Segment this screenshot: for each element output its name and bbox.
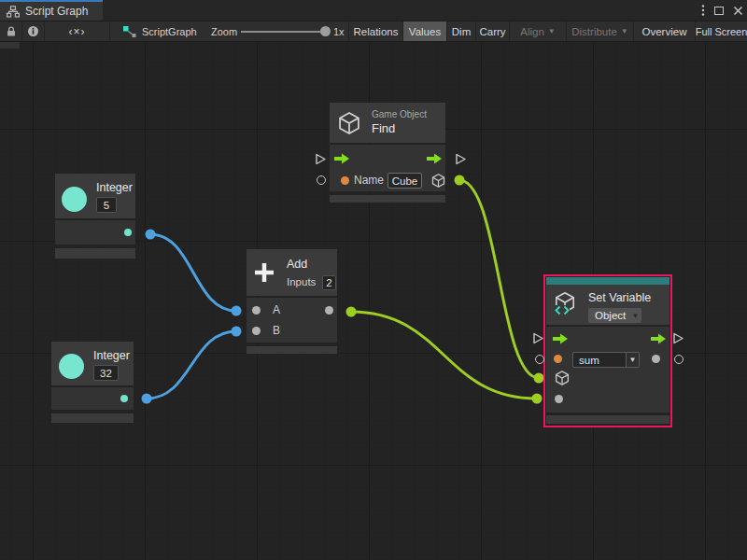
zoom-label: Zoom bbox=[211, 26, 237, 37]
lock-button[interactable] bbox=[0, 21, 22, 41]
wire-find-to-set-variable-object-start[interactable] bbox=[455, 175, 465, 186]
port-label-b: B bbox=[273, 324, 280, 337]
relations-button[interactable]: Relations bbox=[348, 21, 403, 41]
integer-value-field[interactable]: 5 bbox=[96, 197, 117, 213]
input-port-a[interactable] bbox=[252, 306, 261, 315]
zoom-value: 1x bbox=[333, 26, 345, 37]
variable-kind-dropdown[interactable]: Object ▼ bbox=[588, 308, 641, 323]
flow-out-triangle[interactable] bbox=[455, 153, 467, 165]
node-title: Find bbox=[372, 121, 395, 135]
game-object-output-port[interactable] bbox=[430, 173, 446, 189]
tab-script-graph[interactable]: Script Graph bbox=[0, 0, 103, 21]
wire-integer-a-to-add-a-end[interactable] bbox=[232, 306, 242, 316]
node-footer bbox=[330, 195, 445, 203]
script-graph-asset-icon bbox=[122, 24, 137, 39]
code-brackets-icon bbox=[555, 305, 570, 315]
port-circle[interactable] bbox=[317, 175, 326, 185]
node-title: Integer bbox=[93, 349, 130, 362]
graph-canvas[interactable]: Integer 5 Integer 32 bbox=[0, 42, 747, 560]
dropdown-caret-icon: ▼ bbox=[548, 28, 556, 35]
flow-in-triangle[interactable] bbox=[315, 153, 327, 165]
value-input-port[interactable] bbox=[555, 395, 563, 403]
node-footer bbox=[546, 415, 669, 424]
node-integer-a[interactable]: Integer 5 bbox=[55, 174, 135, 259]
zoom-slider-track[interactable] bbox=[241, 31, 325, 33]
maximize-icon[interactable] bbox=[714, 7, 724, 15]
name-input-port[interactable] bbox=[341, 176, 349, 185]
wire-integer-b-to-add-b-end[interactable] bbox=[232, 327, 242, 337]
code-toggle-icon: ‹×› bbox=[69, 25, 86, 38]
node-category: Game Object bbox=[372, 109, 427, 119]
zoom-slider-knob[interactable] bbox=[320, 26, 331, 36]
flow-in-arrow[interactable] bbox=[553, 333, 569, 344]
port-label-a: A bbox=[273, 303, 280, 316]
node-footer bbox=[247, 346, 337, 354]
node-integer-b[interactable]: Integer 32 bbox=[51, 342, 134, 423]
node-footer bbox=[55, 248, 135, 259]
values-button[interactable]: Values bbox=[403, 21, 447, 41]
code-toggle-button[interactable]: ‹×› bbox=[45, 21, 110, 41]
wire-integer-b-to-add-b[interactable] bbox=[147, 331, 236, 399]
integer-icon bbox=[62, 187, 87, 212]
dropdown-caret-icon: ▼ bbox=[626, 353, 639, 367]
canvas-corner-tab bbox=[0, 42, 20, 49]
integer-icon bbox=[59, 354, 84, 379]
fullscreen-button[interactable]: Full Screen bbox=[696, 21, 747, 41]
wire-add-to-set-variable-value-end[interactable] bbox=[532, 394, 543, 404]
flow-in-triangle[interactable] bbox=[532, 332, 544, 344]
flow-out-triangle[interactable] bbox=[672, 332, 684, 344]
dropdown-caret-icon: ▼ bbox=[621, 28, 628, 35]
name-value-field[interactable]: Cube bbox=[388, 173, 422, 189]
node-find[interactable]: Game Object Find Name Cube bbox=[330, 103, 445, 203]
output-port[interactable] bbox=[124, 229, 132, 236]
dim-button[interactable]: Dim bbox=[447, 21, 476, 41]
align-button[interactable]: Align▼ bbox=[510, 21, 567, 41]
overview-button[interactable]: Overview bbox=[634, 21, 696, 41]
flow-out-arrow[interactable] bbox=[651, 333, 667, 344]
node-title: Set Variable bbox=[588, 291, 651, 304]
integer-value-field[interactable]: 32 bbox=[93, 365, 119, 381]
dropdown-caret-icon: ▼ bbox=[629, 312, 641, 320]
wire-add-to-set-variable-value-start[interactable] bbox=[346, 307, 357, 317]
add-icon bbox=[252, 260, 276, 285]
node-footer bbox=[51, 413, 134, 423]
carry-button[interactable]: Carry bbox=[476, 21, 510, 41]
wire-integer-a-to-add-a[interactable] bbox=[150, 234, 236, 311]
output-port[interactable] bbox=[120, 395, 128, 402]
wire-find-to-set-variable-object-end[interactable] bbox=[534, 373, 544, 384]
output-value-port[interactable] bbox=[652, 355, 660, 363]
output-port[interactable] bbox=[325, 306, 333, 315]
variable-kind-strip bbox=[546, 277, 669, 285]
variable-name-port[interactable] bbox=[554, 355, 562, 363]
port-circle[interactable] bbox=[535, 355, 544, 364]
port-circle[interactable] bbox=[674, 355, 684, 364]
wire-integer-a-to-add-a-start[interactable] bbox=[146, 230, 156, 240]
title-bar: Script Graph bbox=[0, 0, 747, 21]
distribute-button[interactable]: Distribute▼ bbox=[567, 21, 634, 41]
node-title: Integer bbox=[96, 181, 133, 194]
info-icon bbox=[27, 25, 39, 37]
flow-in-arrow[interactable] bbox=[334, 153, 350, 164]
wire-find-to-set-variable-object[interactable] bbox=[459, 180, 539, 378]
lock-icon bbox=[6, 25, 17, 37]
wire-integer-b-to-add-b-start[interactable] bbox=[142, 394, 152, 404]
input-port-b[interactable] bbox=[252, 327, 261, 335]
variable-name-select[interactable]: sum ▼ bbox=[572, 352, 640, 368]
info-button[interactable] bbox=[22, 21, 45, 41]
toolbar: ‹×› ScriptGraph Zoom 1x Relations Values… bbox=[0, 21, 747, 42]
more-vertical-icon[interactable] bbox=[701, 4, 705, 17]
script-graph-window: Script Graph ‹×› bbox=[0, 0, 747, 560]
inputs-count-field[interactable]: 2 bbox=[322, 275, 336, 290]
tab-title: Script Graph bbox=[25, 5, 88, 18]
node-add[interactable]: Add Inputs 2 A B bbox=[247, 249, 337, 354]
object-input-port[interactable] bbox=[554, 370, 571, 386]
node-set-variable[interactable]: Set Variable Object ▼ sum ▼ bbox=[543, 274, 672, 427]
close-icon[interactable] bbox=[733, 6, 743, 16]
game-object-cube-icon bbox=[336, 110, 362, 136]
asset-name[interactable]: ScriptGraph bbox=[142, 26, 197, 37]
flow-out-arrow[interactable] bbox=[427, 153, 443, 164]
node-title: Add bbox=[287, 258, 307, 271]
graph-hierarchy-icon bbox=[7, 6, 20, 18]
name-label: Name bbox=[354, 174, 384, 187]
inputs-label: Inputs bbox=[287, 276, 316, 287]
